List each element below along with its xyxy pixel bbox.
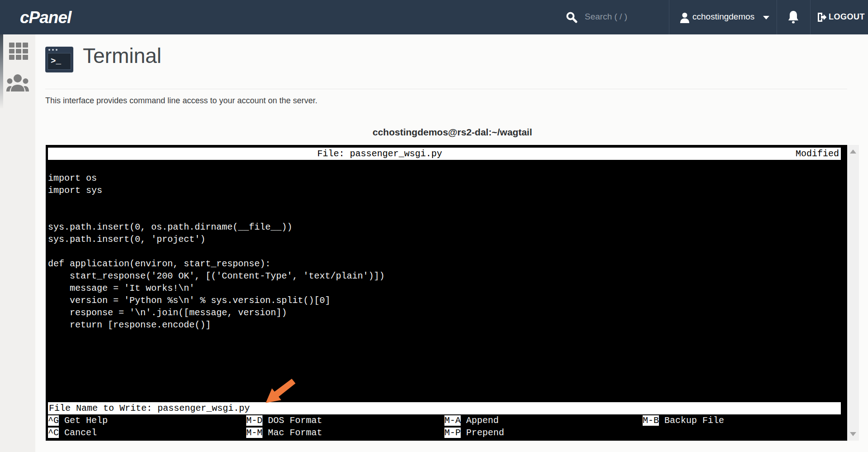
nano-version: GNU nano 2.3.1	[91, 161, 178, 171]
divider	[45, 89, 847, 89]
navbar-divider	[777, 0, 777, 34]
nano-shortcut-label: Prepend	[461, 428, 504, 438]
scroll-down-arrow-icon[interactable]	[850, 432, 856, 436]
page-description: This interface provides command line acc…	[45, 96, 317, 106]
nano-shortcut: ^C Cancel	[48, 427, 246, 439]
nano-shortcut: M-D DOS Format	[246, 414, 444, 427]
nano-shortcut-key: M-D	[246, 415, 262, 426]
nano-modified-flag: Modified	[796, 148, 839, 160]
nano-shortcut-menu: ^G Get HelpM-D DOS FormatM-A AppendM-B B…	[48, 414, 841, 439]
notifications-bell-icon[interactable]	[788, 10, 799, 24]
nano-filename-prompt: File Name to Write: passenger_wsgi.py	[48, 402, 841, 414]
cpanel-logo[interactable]: cPanel	[20, 8, 71, 27]
nano-shortcut-key: M-B	[643, 415, 659, 426]
terminal-scrollbar[interactable]	[847, 145, 859, 441]
terminal-app-icon: >_	[45, 47, 73, 72]
search-input[interactable]: Search ( / )	[585, 12, 627, 22]
nano-shortcut: M-B Backup File	[643, 414, 841, 427]
terminal-widget: GNU nano 2.3.1 File: passenger_wsgi.py M…	[46, 145, 859, 441]
nano-shortcut-key: ^G	[48, 415, 59, 426]
left-edge-shadow	[0, 34, 3, 109]
nano-code: import os import sys sys.path.insert(0, …	[46, 160, 847, 331]
page: cPanel Search ( / ) cchostingdemos LOGOU…	[0, 0, 868, 452]
navbar-divider	[669, 0, 669, 34]
top-navbar: cPanel Search ( / ) cchostingdemos LOGOU…	[0, 0, 868, 34]
nano-shortcut-label: Cancel	[59, 428, 97, 438]
logout-icon[interactable]	[816, 12, 827, 23]
people-icon[interactable]	[6, 73, 29, 93]
logout-button[interactable]: LOGOUT	[829, 12, 865, 22]
terminal-session-title: cchostingdemos@rs2-dal:~/wagtail	[46, 127, 859, 138]
user-menu[interactable]: cchostingdemos	[692, 12, 754, 22]
nano-shortcut-key: M-P	[444, 428, 461, 438]
nano-shortcut	[643, 427, 841, 439]
page-title: Terminal	[83, 43, 162, 68]
terminal-screen[interactable]: GNU nano 2.3.1 File: passenger_wsgi.py M…	[46, 145, 847, 441]
nano-shortcut: ^G Get Help	[48, 414, 246, 427]
nano-title-bar: GNU nano 2.3.1 File: passenger_wsgi.py M…	[48, 148, 841, 160]
search-icon[interactable]	[566, 11, 577, 23]
nano-shortcut-label: Backup File	[659, 415, 724, 426]
nano-bottom-bars: File Name to Write: passenger_wsgi.py ^G…	[48, 402, 841, 439]
sidebar	[0, 34, 35, 452]
nano-filename: File: passenger_wsgi.py	[317, 148, 442, 160]
scroll-up-arrow-icon[interactable]	[850, 149, 856, 154]
navbar-divider	[810, 0, 811, 34]
nano-shortcut-key: M-M	[246, 428, 262, 438]
annotation-arrow-icon	[264, 379, 296, 405]
nano-shortcut: M-P Prepend	[444, 427, 643, 439]
nano-shortcut-label: DOS Format	[262, 415, 322, 426]
user-icon	[680, 12, 690, 23]
nano-shortcut: M-M Mac Format	[246, 427, 444, 439]
nano-shortcut-label: Get Help	[59, 415, 108, 426]
chevron-down-icon[interactable]	[763, 16, 769, 19]
nano-shortcut: M-A Append	[444, 414, 643, 427]
nano-shortcut-key: ^C	[48, 428, 59, 438]
nano-shortcut-label: Mac Format	[262, 428, 322, 438]
nano-shortcut-key: M-A	[444, 415, 461, 426]
nano-shortcut-label: Append	[461, 415, 499, 426]
home-grid-icon[interactable]	[9, 43, 28, 60]
